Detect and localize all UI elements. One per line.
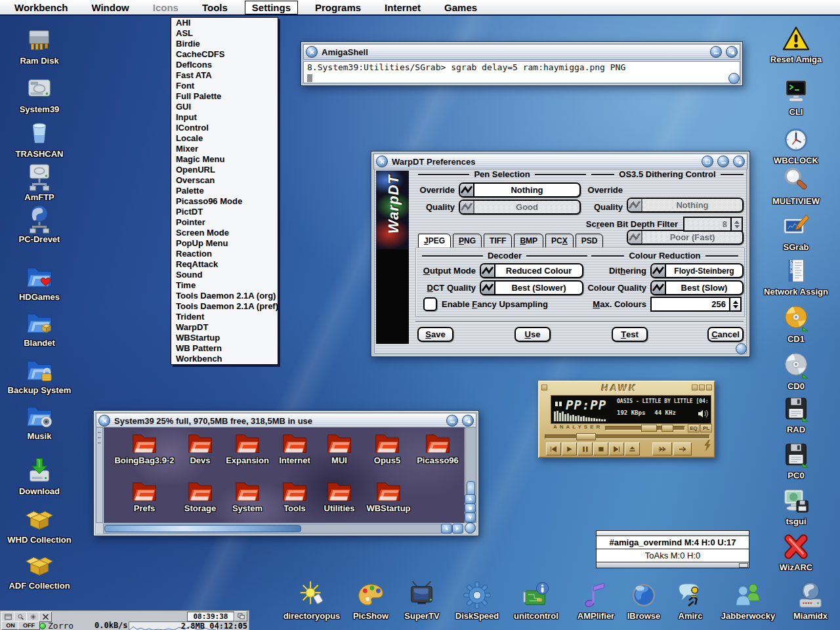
- on-button[interactable]: ON: [1, 621, 20, 630]
- next-icon[interactable]: [609, 442, 624, 455]
- settings-menu-item-deficons[interactable]: DefIcons: [171, 60, 278, 70]
- settings-menu-item-time[interactable]: Time: [171, 280, 278, 291]
- desktop-icon-ram-disk[interactable]: Ram Disk: [0, 25, 79, 66]
- hawk-minimize-icon[interactable]: [692, 385, 698, 390]
- depth-icon[interactable]: [733, 156, 745, 167]
- desktop-icon-miamidx[interactable]: Miamidx: [771, 580, 840, 621]
- settings-menu-item-screen-mode[interactable]: Screen Mode: [171, 228, 278, 238]
- hawk-close-icon[interactable]: [706, 385, 712, 390]
- balance-knob[interactable]: [662, 425, 673, 432]
- irc-titlebar[interactable]: [596, 530, 749, 536]
- resize-icon[interactable]: [465, 522, 476, 534]
- eject-icon[interactable]: [625, 442, 640, 455]
- drawer-folder-wbstartup[interactable]: WBStartup: [357, 478, 420, 513]
- prev-icon[interactable]: [546, 442, 561, 455]
- save-button[interactable]: Save: [417, 327, 453, 342]
- tab-png[interactable]: PNG: [453, 234, 482, 248]
- position-slider[interactable]: [545, 434, 710, 439]
- irc-user-status[interactable]: ToAks M:0 H:0: [596, 549, 749, 562]
- hawk-menu-icon[interactable]: [541, 385, 547, 390]
- output-mode-cycle[interactable]: Reduced Colour: [480, 263, 583, 278]
- depth-icon[interactable]: [462, 415, 474, 427]
- settings-menu-item-magic-menu[interactable]: Magic Menu: [171, 154, 278, 165]
- settings-menu-item-sound[interactable]: Sound: [171, 270, 278, 280]
- clock-depth-button[interactable]: [234, 611, 247, 621]
- desktop-icon-blandet[interactable]: Blandet: [0, 307, 79, 348]
- desktop-icon-reset-amiga[interactable]: Reset Amiga: [757, 24, 835, 64]
- settings-menu-item-ahi[interactable]: AHI: [171, 18, 278, 28]
- settings-menu-item-overscan[interactable]: Overscan: [171, 175, 278, 186]
- desktop-icon-musik[interactable]: Musik: [0, 400, 79, 441]
- cancel-button[interactable]: Cancel: [707, 327, 744, 342]
- close-icon[interactable]: [306, 46, 318, 58]
- desktop-icon-multiview[interactable]: MULTIVIEW: [757, 165, 835, 206]
- pause-icon[interactable]: [578, 442, 593, 455]
- settings-menu-item-wb-pattern[interactable]: WB Pattern: [171, 343, 278, 354]
- warpdt-titlebar[interactable]: WarpDT Preferences: [373, 154, 747, 169]
- resize-icon[interactable]: [736, 343, 747, 354]
- settings-menu-item-reqattack[interactable]: ReqAttack: [171, 259, 278, 270]
- use-button[interactable]: Use: [514, 327, 551, 342]
- irc-channel-status[interactable]: #amiga_overmind M:4 H:0 U:17: [596, 536, 749, 549]
- hawk-titlebar[interactable]: HAWK: [539, 382, 714, 393]
- test-button[interactable]: Test: [612, 327, 648, 342]
- settings-menu-item-popup-menu[interactable]: PopUp Menu: [171, 238, 278, 249]
- iconify-icon[interactable]: [702, 156, 713, 167]
- settings-menu-item-palette[interactable]: Palette: [171, 186, 278, 196]
- desktop-icon-amftp[interactable]: AmFTP: [0, 161, 79, 202]
- colour-quality-cycle[interactable]: Best (Slow): [650, 280, 744, 295]
- menu-settings[interactable]: Settings: [245, 1, 298, 14]
- menu-games[interactable]: Games: [438, 1, 484, 14]
- desktop-icon-whd-collection[interactable]: WHD Collection: [0, 504, 79, 545]
- zoom-icon[interactable]: [710, 46, 722, 58]
- drawer-folder-boingbag3-9-2[interactable]: BoingBag3.9-2: [113, 430, 176, 465]
- settings-menu-item-picasso96-mode[interactable]: Picasso96 Mode: [171, 196, 278, 207]
- settings-menu-item-locale[interactable]: Locale: [171, 133, 278, 144]
- settings-menu-item-fast-ata[interactable]: Fast ATA: [171, 70, 278, 81]
- amigashell-titlebar[interactable]: AmigaShell: [303, 44, 740, 60]
- max-colours-spinner[interactable]: [730, 297, 742, 312]
- settings-menu-item-gui[interactable]: GUI: [171, 102, 278, 112]
- menu-internet[interactable]: Internet: [378, 1, 427, 14]
- desktop-icon-hdgames[interactable]: HDGames: [0, 261, 79, 302]
- scroll-down-icon[interactable]: [465, 513, 476, 522]
- horizontal-scroll-thumb[interactable]: [104, 525, 301, 532]
- drawer-folder-prefs[interactable]: Prefs: [113, 478, 176, 513]
- dct-quality-cycle[interactable]: Best (Slower): [480, 280, 583, 295]
- horizontal-scrollbar[interactable]: [103, 524, 442, 534]
- desktop-icon-cli[interactable]: CLI: [757, 76, 835, 117]
- settings-menu-item-reaction[interactable]: Reaction: [171, 249, 278, 259]
- settings-menu-item-openurl[interactable]: OpenURL: [171, 165, 278, 175]
- shuffle-button[interactable]: [652, 442, 672, 455]
- settings-menu-item-warpdt[interactable]: WarpDT: [171, 322, 278, 333]
- desktop-icon-download[interactable]: Download: [0, 455, 79, 496]
- scroll-gadget-icon[interactable]: [465, 503, 476, 513]
- stop-icon[interactable]: [593, 442, 608, 455]
- shell-output[interactable]: 8.System39:Utilities/SGrab> sgrab delay=…: [303, 61, 740, 83]
- scroll-right-icon[interactable]: [452, 524, 463, 534]
- settings-menu-item-pointer[interactable]: Pointer: [171, 217, 278, 228]
- desktop-icon-pc0[interactable]: PC0: [757, 440, 835, 480]
- resize-icon[interactable]: [728, 73, 740, 84]
- volume-knob[interactable]: [641, 425, 657, 432]
- off-button[interactable]: OFF: [18, 621, 40, 630]
- tab-psd[interactable]: PSD: [576, 234, 604, 248]
- desktop-icon-sgrab[interactable]: SGrab: [757, 211, 835, 252]
- system39-titlebar[interactable]: System39 25% full, 970,5MB free, 318,5MB…: [96, 413, 476, 429]
- scroll-up-icon[interactable]: [465, 494, 476, 504]
- desktop-icon-system39[interactable]: System39: [0, 74, 79, 114]
- drawer-folder-picasso96[interactable]: Picasso96: [406, 430, 465, 465]
- desktop-icon-rad[interactable]: RAD: [757, 394, 835, 434]
- menu-workbench[interactable]: Workbench: [8, 1, 74, 14]
- settings-menu-item-workbench[interactable]: Workbench: [171, 354, 278, 364]
- menu-programs[interactable]: Programs: [308, 1, 368, 14]
- settings-menu-item-input[interactable]: Input: [171, 112, 278, 123]
- settings-menu-item-pictdt[interactable]: PictDT: [171, 207, 278, 217]
- position-knob[interactable]: [576, 433, 596, 440]
- settings-menu-item-icontrol[interactable]: IControl: [171, 123, 278, 133]
- close-icon[interactable]: [376, 156, 388, 167]
- settings-menu-item-full-palette[interactable]: Full Palette: [171, 91, 278, 102]
- tab-pcx[interactable]: PCX: [545, 234, 574, 248]
- tab-bmp[interactable]: BMP: [514, 234, 543, 248]
- desktop-icon-wbclock[interactable]: WBCLOCK: [757, 125, 835, 165]
